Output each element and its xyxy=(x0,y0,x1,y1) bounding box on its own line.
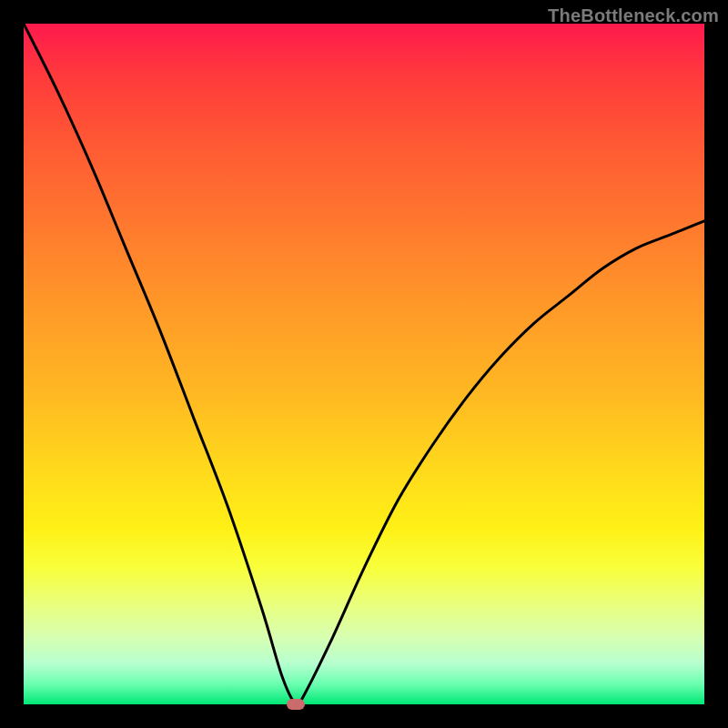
watermark-text: TheBottleneck.com xyxy=(548,5,719,26)
curve-svg xyxy=(24,24,704,704)
plot-area xyxy=(24,24,704,704)
chart-frame: TheBottleneck.com xyxy=(0,0,728,728)
bottleneck-curve-path xyxy=(24,24,704,704)
optimal-point-marker xyxy=(287,699,305,710)
